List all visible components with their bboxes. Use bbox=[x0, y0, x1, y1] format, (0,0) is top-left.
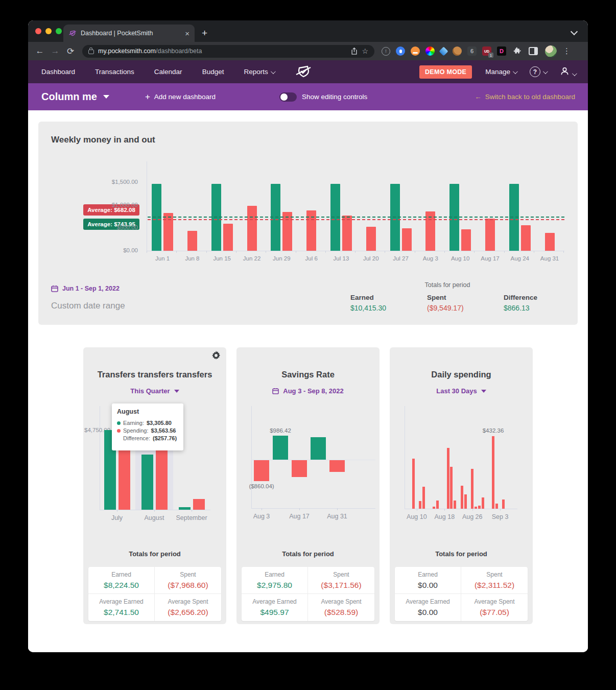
value: ($2,311.52) bbox=[475, 581, 514, 590]
spending-bar bbox=[366, 227, 376, 251]
bar-group bbox=[386, 162, 415, 251]
value: ($7,968.60) bbox=[168, 581, 208, 590]
nav-dashboard[interactable]: Dashboard bbox=[41, 68, 75, 76]
browser-tab[interactable]: Dashboard | PocketSmith × bbox=[63, 25, 195, 42]
bar-group bbox=[445, 162, 475, 251]
caret-down-icon bbox=[174, 390, 179, 393]
label: Average Earned bbox=[252, 598, 297, 605]
spending-bar bbox=[485, 219, 495, 251]
account-menu[interactable] bbox=[560, 66, 576, 78]
spending-bar bbox=[482, 497, 484, 509]
tab-search-chevron-icon[interactable] bbox=[571, 28, 578, 35]
nav-transactions[interactable]: Transactions bbox=[95, 68, 134, 76]
x-axis-tick bbox=[417, 509, 417, 511]
bar-group bbox=[475, 162, 505, 251]
spending-bar bbox=[478, 506, 481, 509]
page-blocked-icon[interactable]: ! bbox=[382, 47, 390, 56]
password-manager-extension-icon[interactable] bbox=[396, 46, 405, 56]
y-axis-label: $500.00 bbox=[89, 224, 138, 230]
cookie-extension-icon[interactable] bbox=[453, 46, 462, 56]
average-line bbox=[148, 217, 564, 218]
bar-group bbox=[356, 162, 386, 251]
side-panel-icon[interactable] bbox=[529, 47, 538, 55]
browser-menu-icon[interactable]: ⋮ bbox=[563, 46, 571, 56]
totals-heading: Totals for period bbox=[390, 550, 533, 558]
x-axis-tick bbox=[563, 251, 564, 253]
bookmark-star-icon[interactable]: ☆ bbox=[362, 47, 368, 55]
spending-bar bbox=[545, 233, 555, 251]
avg-earned-cell: Average Earned$495.97 bbox=[242, 594, 308, 621]
puzzle-extensions-icon[interactable] bbox=[513, 47, 522, 55]
editing-controls-label: Show editing controls bbox=[302, 93, 367, 101]
x-axis-label: Jul 13 bbox=[326, 255, 356, 261]
color-wheel-extension-icon[interactable] bbox=[425, 46, 435, 56]
period-selector[interactable]: This Quarter bbox=[83, 387, 226, 395]
x-axis-tick bbox=[154, 510, 155, 512]
period-selector[interactable]: Last 30 Days bbox=[390, 387, 533, 395]
shield-extension-icon[interactable]: UD1 bbox=[482, 46, 491, 56]
navbar-right: DEMO MODE Manage ? bbox=[419, 65, 576, 79]
d-extension-icon[interactable]: D bbox=[497, 46, 506, 56]
y-axis-label: $1,000.00 bbox=[89, 202, 138, 208]
url-text[interactable]: my.pocketsmith.com/dashboard/beta bbox=[98, 47, 347, 55]
editing-controls-toggle[interactable] bbox=[279, 92, 297, 102]
x-axis-tick bbox=[472, 509, 473, 511]
earned-label: Earned bbox=[350, 294, 427, 301]
spending-bar bbox=[495, 504, 498, 509]
x-axis-tick bbox=[355, 251, 356, 253]
minimize-window-button[interactable] bbox=[45, 28, 52, 34]
spending-bar bbox=[282, 212, 292, 251]
extensions-area: ! 6 UD1 D bbox=[382, 46, 506, 56]
six-extension-icon[interactable]: 6 bbox=[467, 46, 477, 56]
dashboard-selector[interactable]: Column me bbox=[41, 91, 109, 103]
totals-row: Earned $10,415.30 Spent ($9,549.17) Diff… bbox=[350, 294, 544, 312]
person-icon bbox=[560, 66, 570, 76]
gem-extension-icon[interactable] bbox=[439, 46, 448, 56]
switch-back-label: Switch back to old dashboard bbox=[485, 93, 575, 101]
pocketsmith-logo-icon[interactable] bbox=[295, 65, 312, 80]
average-line bbox=[148, 219, 564, 220]
savings-rate-widget: Savings Rate Aug 3 - Sep 8, 2022 Aug 3Au… bbox=[236, 347, 380, 624]
switch-back-link[interactable]: ←Switch back to old dashboard bbox=[475, 93, 575, 101]
earned-column: Earned $10,415.30 bbox=[350, 294, 427, 312]
gear-icon[interactable] bbox=[211, 351, 221, 362]
nav-reports[interactable]: Reports bbox=[244, 68, 274, 76]
nav-budget[interactable]: Budget bbox=[202, 68, 224, 76]
y-axis-line bbox=[251, 406, 252, 508]
share-icon[interactable] bbox=[351, 47, 358, 55]
profile-avatar[interactable] bbox=[545, 45, 557, 57]
date-range-control[interactable]: Aug 3 - Sep 8, 2022 bbox=[236, 387, 380, 395]
label: Average Spent bbox=[168, 598, 208, 605]
forward-button[interactable]: → bbox=[49, 46, 62, 56]
tab-close-icon[interactable]: × bbox=[185, 29, 189, 38]
label: Spent bbox=[333, 571, 349, 578]
back-button[interactable]: ← bbox=[33, 46, 46, 56]
maximize-window-button[interactable] bbox=[56, 28, 62, 34]
spending-bar bbox=[471, 469, 473, 509]
help-menu[interactable]: ? bbox=[530, 66, 547, 77]
manage-menu[interactable]: Manage bbox=[485, 68, 516, 76]
address-bar[interactable]: my.pocketsmith.com/dashboard/beta ☆ bbox=[82, 45, 374, 58]
x-axis-label: Jun 29 bbox=[267, 255, 296, 261]
value: ($2,656.20) bbox=[168, 608, 208, 617]
chevron-down-icon bbox=[513, 69, 518, 74]
y-axis-label: $1,500.00 bbox=[89, 179, 138, 185]
close-window-button[interactable] bbox=[35, 28, 41, 34]
window-controls bbox=[35, 28, 62, 34]
new-tab-button[interactable]: + bbox=[202, 28, 207, 39]
spending-bar bbox=[412, 459, 415, 509]
spent-cell: Spent($3,171.56) bbox=[308, 567, 374, 594]
transfers-widget: Transfers transfers transfers This Quart… bbox=[83, 347, 226, 624]
reload-button[interactable]: ⟳ bbox=[64, 46, 77, 57]
spending-label: Spending: bbox=[123, 427, 149, 434]
negative-bar bbox=[292, 460, 307, 477]
spending-bar bbox=[492, 436, 494, 509]
cloud-extension-icon[interactable] bbox=[411, 46, 420, 56]
y-axis-line bbox=[405, 406, 405, 509]
totals-heading: Totals for period bbox=[350, 281, 544, 289]
add-dashboard-button[interactable]: +Add new dashboard bbox=[145, 92, 216, 102]
x-axis-tick bbox=[534, 251, 534, 253]
x-axis-tick bbox=[296, 251, 296, 253]
chevron-down-icon bbox=[543, 69, 548, 74]
nav-calendar[interactable]: Calendar bbox=[154, 68, 182, 76]
